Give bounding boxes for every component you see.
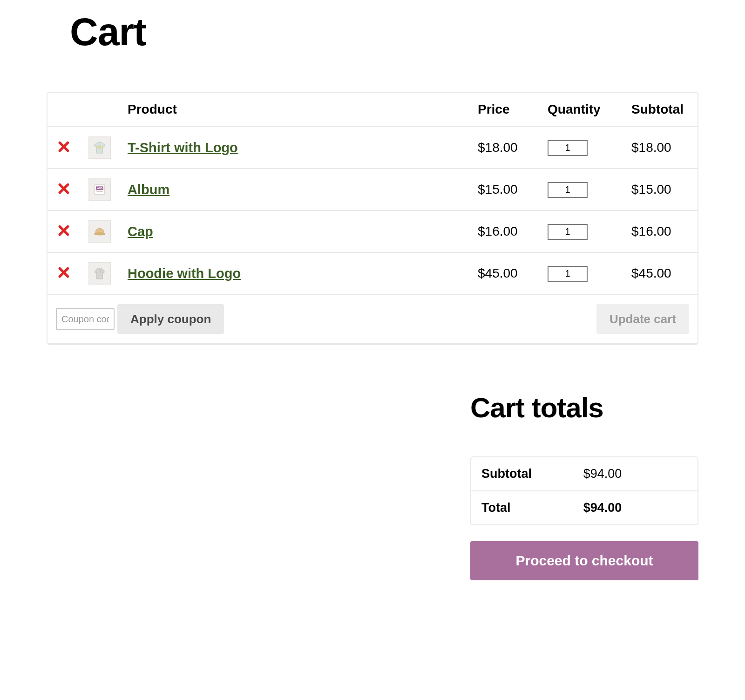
product-thumbnail[interactable] <box>88 136 111 159</box>
col-remove-header <box>47 93 80 127</box>
close-icon <box>58 183 70 195</box>
table-row: WOO Album $15.00 $15.00 <box>47 169 698 211</box>
table-row: Cap $16.00 $16.00 <box>47 211 698 252</box>
total-label: Total <box>471 491 573 524</box>
close-icon <box>58 224 70 237</box>
svg-point-0 <box>98 145 102 149</box>
subtotal-value: $16.00 <box>623 211 698 252</box>
quantity-input[interactable] <box>548 266 588 282</box>
tshirt-icon <box>92 140 107 155</box>
product-thumbnail[interactable] <box>88 262 111 285</box>
product-link[interactable]: T-Shirt with Logo <box>128 140 238 155</box>
col-quantity-header: Quantity <box>539 93 623 127</box>
remove-item-button[interactable] <box>58 265 70 281</box>
remove-item-button[interactable] <box>58 181 70 197</box>
cart-totals-section: Cart totals Subtotal $94.00 Total $94.00… <box>470 392 698 580</box>
quantity-input[interactable] <box>548 140 588 156</box>
price-value: $15.00 <box>469 169 539 211</box>
quantity-input[interactable] <box>548 224 588 240</box>
cap-icon <box>92 224 107 239</box>
subtotal-value: $45.00 <box>623 252 698 294</box>
cart-totals-title: Cart totals <box>470 392 698 424</box>
svg-rect-4 <box>96 191 102 192</box>
col-product-header: Product <box>119 93 469 127</box>
col-price-header: Price <box>469 93 539 127</box>
cart-totals-table: Subtotal $94.00 Total $94.00 <box>470 456 698 525</box>
update-cart-button[interactable]: Update cart <box>596 304 689 334</box>
col-subtotal-header: Subtotal <box>623 93 698 127</box>
coupon-code-input[interactable] <box>56 308 115 330</box>
product-link[interactable]: Hoodie with Logo <box>128 266 241 281</box>
svg-point-5 <box>94 233 105 235</box>
table-row: T-Shirt with Logo $18.00 $18.00 <box>47 127 698 169</box>
product-thumbnail[interactable] <box>88 220 111 243</box>
remove-item-button[interactable] <box>58 139 70 155</box>
page-title: Cart <box>70 9 698 54</box>
product-link[interactable]: Album <box>128 182 169 197</box>
album-icon: WOO <box>92 182 107 197</box>
proceed-to-checkout-button[interactable]: Proceed to checkout <box>470 541 698 580</box>
subtotal-value: $18.00 <box>623 127 698 169</box>
subtotal-label: Subtotal <box>471 457 573 491</box>
apply-coupon-button[interactable]: Apply coupon <box>117 304 224 334</box>
remove-item-button[interactable] <box>58 223 70 239</box>
quantity-input[interactable] <box>548 182 588 198</box>
svg-text:WOO: WOO <box>97 187 102 190</box>
table-row: Hoodie with Logo $45.00 $45.00 <box>47 252 698 294</box>
product-link[interactable]: Cap <box>128 224 153 239</box>
price-value: $18.00 <box>469 127 539 169</box>
hoodie-icon <box>92 266 107 281</box>
cart-items-table: Product Price Quantity Subtotal <box>47 92 698 345</box>
close-icon <box>58 266 70 279</box>
price-value: $45.00 <box>469 252 539 294</box>
cart-actions-row: Apply coupon Update cart <box>47 294 698 344</box>
product-thumbnail[interactable]: WOO <box>88 178 111 201</box>
subtotal-amount: $94.00 <box>573 457 698 491</box>
total-amount: $94.00 <box>573 491 698 524</box>
close-icon <box>58 141 70 153</box>
price-value: $16.00 <box>469 211 539 252</box>
subtotal-value: $15.00 <box>623 169 698 211</box>
col-thumb-header <box>80 93 119 127</box>
